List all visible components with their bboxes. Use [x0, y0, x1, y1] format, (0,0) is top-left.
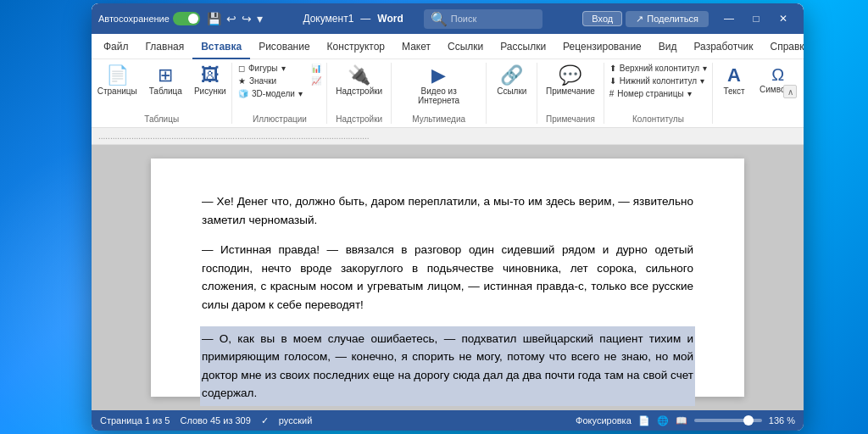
pictures-label: Рисунки: [194, 86, 226, 96]
ribbon-btn-pages[interactable]: 📄 Страницы: [92, 63, 142, 99]
zoom-level-label: 136 %: [769, 415, 795, 426]
title-separator: —: [360, 13, 370, 25]
paragraph-1: — Хе! Денег что, должно быть, даром пере…: [202, 192, 693, 229]
tab-draw[interactable]: Рисование: [250, 34, 318, 59]
view-icon-read[interactable]: 📖: [676, 415, 687, 426]
page-num-label: Номер страницы: [617, 89, 683, 98]
tab-file[interactable]: Файл: [95, 34, 137, 59]
ribbon-btn-pictures[interactable]: 🖼 Рисунки: [189, 63, 231, 99]
language-label: русский: [279, 415, 312, 426]
header-label: Верхний колонтитул: [620, 64, 700, 73]
paragraph-3-highlighted: — О, как вы в моем случае ошибаетесь, — …: [200, 326, 695, 406]
ribbon-group-media: ▶ Видео из Интернета Мультимедиа: [392, 63, 487, 124]
shapes-dropdown-icon: ▾: [281, 64, 286, 73]
tab-layout[interactable]: Макет: [393, 34, 439, 59]
autosave-area: Автосохранение: [98, 12, 200, 25]
status-spellcheck: ✓: [261, 415, 269, 426]
page-status-label: Страница 1 из 5: [100, 415, 170, 426]
document-page: — Хе! Денег что, должно быть, даром пере…: [151, 159, 744, 397]
view-icon-web[interactable]: 🌐: [657, 415, 669, 426]
ribbon-tab-bar: Файл Главная Вставка Рисование Конструкт…: [92, 34, 804, 59]
ribbon-collapse-button[interactable]: ∧: [783, 85, 797, 98]
video-label: Видео из Интернета: [402, 86, 476, 105]
tab-references[interactable]: Ссылки: [439, 34, 492, 59]
links-icon: 🔗: [500, 66, 523, 85]
view-icon-print[interactable]: 📄: [638, 415, 650, 426]
title-bar-right: Вход ↗ Поделиться: [582, 11, 709, 27]
ribbon-group-comments: 💬 Примечание Примечания: [537, 63, 604, 124]
tab-home[interactable]: Главная: [137, 34, 193, 59]
tab-mailings[interactable]: Рассылки: [492, 34, 554, 59]
tab-developer[interactable]: Разработчик: [685, 34, 761, 59]
titlebar-quick-access: 💾 ↩ ↪ ▾: [207, 12, 263, 25]
video-icon: ▶: [431, 66, 446, 85]
ribbon-btn-video[interactable]: ▶ Видео из Интернета: [397, 63, 481, 108]
zoom-slider[interactable]: [694, 419, 762, 422]
title-bar: Автосохранение 💾 ↩ ↪ ▾ Документ1 — Word …: [92, 3, 804, 34]
search-input[interactable]: [451, 14, 536, 24]
ribbon: Файл Главная Вставка Рисование Конструкт…: [92, 34, 804, 128]
search-icon: 🔍: [431, 11, 448, 27]
tab-help[interactable]: Справка: [761, 34, 804, 59]
ribbon-btn-page-num[interactable]: # Номер страницы ▾: [606, 88, 711, 99]
group-label-comments: Примечания: [546, 113, 595, 124]
share-label: Поделиться: [647, 14, 698, 24]
pages-icon: 📄: [106, 66, 129, 85]
ribbon-btn-3d[interactable]: 🧊 3D-модели ▾: [235, 88, 306, 99]
search-box[interactable]: 🔍: [424, 9, 542, 29]
share-button[interactable]: ↗ Поделиться: [626, 11, 709, 27]
redo-icon[interactable]: ↪: [242, 12, 252, 25]
close-button[interactable]: ✕: [770, 3, 797, 34]
document-area[interactable]: — Хе! Денег что, должно быть, даром пере…: [92, 145, 804, 410]
title-bar-center: Документ1 — Word 🔍: [263, 9, 583, 29]
header-dropdown-icon: ▾: [703, 64, 707, 73]
maximize-button[interactable]: □: [743, 3, 770, 34]
status-page: Страница 1 из 5: [100, 415, 170, 426]
ribbon-group-addins: 🔌 Надстройки Надстройки: [327, 63, 392, 124]
tab-insert[interactable]: Вставка: [192, 34, 250, 59]
3d-dropdown-icon: ▾: [298, 89, 303, 98]
ribbon-btn-icons[interactable]: ★ Значки: [235, 75, 306, 86]
ribbon-btn-smartart[interactable]: 📊: [308, 63, 325, 74]
word-window: Автосохранение 💾 ↩ ↪ ▾ Документ1 — Word …: [92, 3, 804, 431]
pictures-icon: 🖼: [201, 66, 220, 85]
ribbon-btn-comment[interactable]: 💬 Примечание: [541, 63, 600, 99]
ribbon-btn-header[interactable]: ⬆ Верхний колонтитул ▾: [606, 63, 711, 74]
ribbon-btn-addins[interactable]: 🔌 Надстройки: [331, 63, 387, 99]
autosave-toggle[interactable]: [173, 12, 200, 25]
ribbon-btn-chart[interactable]: 📈: [308, 75, 325, 86]
ribbon-btn-shapes[interactable]: ◻ Фигуры ▾: [235, 63, 306, 74]
footer-label: Нижний колонтитул: [620, 76, 697, 86]
shapes-icon: ◻: [238, 64, 245, 73]
comment-label: Примечание: [546, 86, 595, 96]
header-partial: ........................................…: [92, 128, 804, 145]
undo-icon[interactable]: ↩: [226, 12, 236, 25]
tab-design[interactable]: Конструктор: [319, 34, 393, 59]
ribbon-content: 📄 Страницы ⊞ Таблица 🖼 Рисунки Таблицы: [92, 59, 804, 127]
ribbon-btn-text[interactable]: A Текст: [715, 63, 753, 99]
window-controls: — □ ✕: [715, 3, 797, 34]
paragraph-2: — Истинная правда! — ввязался в разговор…: [202, 241, 693, 314]
more-icon[interactable]: ▾: [257, 12, 263, 25]
smartart-icon: 📊: [311, 64, 321, 73]
zoom-slider-thumb: [743, 415, 754, 426]
media-items: ▶ Видео из Интернета: [397, 63, 481, 113]
minimize-button[interactable]: —: [715, 3, 743, 34]
autosave-label: Автосохранение: [98, 14, 170, 24]
text-icon: A: [727, 66, 741, 85]
3d-label: 3D-модели: [252, 89, 295, 98]
addins-label: Надстройки: [336, 86, 382, 96]
sign-in-button[interactable]: Вход: [582, 11, 622, 26]
tab-review[interactable]: Рецензирование: [554, 34, 650, 59]
ribbon-btn-links[interactable]: 🔗 Ссылки: [492, 63, 531, 99]
save-icon[interactable]: 💾: [207, 12, 221, 25]
share-icon: ↗: [636, 14, 643, 25]
table-label: Таблица: [149, 86, 182, 96]
ribbon-btn-table[interactable]: ⊞ Таблица: [144, 63, 187, 99]
chart-icon: 📈: [311, 76, 321, 86]
tab-view[interactable]: Вид: [650, 34, 686, 59]
ribbon-btn-footer[interactable]: ⬇ Нижний колонтитул ▾: [606, 75, 711, 86]
group-label-media: Мультимедиа: [412, 113, 465, 124]
shapes-label: Фигуры: [248, 64, 277, 73]
status-words: Слово 45 из 309: [180, 415, 250, 426]
